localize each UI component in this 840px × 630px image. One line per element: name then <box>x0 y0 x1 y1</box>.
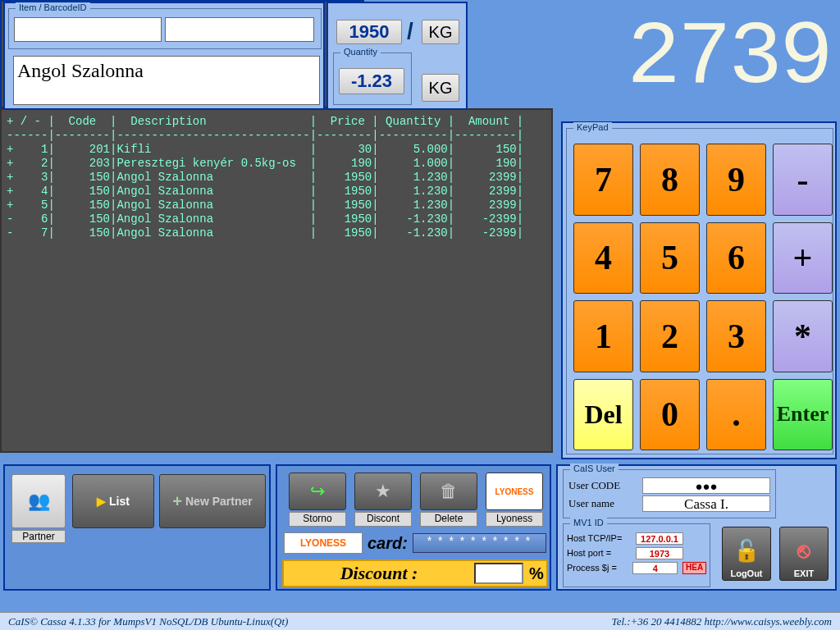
plus-icon: + <box>172 492 182 511</box>
card-number-field[interactable]: * * * * * * * * * * <box>413 533 546 553</box>
keypad-key-del[interactable]: Del <box>573 379 633 451</box>
keypad-legend-title: KeyPad <box>573 122 612 132</box>
user-name-row: User name Cassa I. <box>568 495 770 513</box>
item-description-field[interactable]: Angol Szalonna <box>13 56 320 105</box>
lyoness-logo: LYONESS <box>495 487 534 496</box>
keypad-key-9[interactable]: 9 <box>706 144 766 216</box>
price-field[interactable]: 1950 <box>336 20 402 44</box>
user-name-value: Cassa I. <box>642 495 770 512</box>
discont-label: Discont <box>354 512 412 527</box>
mv1-legend: MV1 ID <box>570 518 607 527</box>
exit-icon: ⎋ <box>797 538 810 564</box>
discount-input[interactable] <box>474 563 523 584</box>
unit-button-1[interactable]: KG <box>422 20 459 44</box>
item-legend-box: Item / BarcodeID <box>8 8 322 49</box>
status-right: Tel.:+36 20 4414882 http://www.caisys.we… <box>612 615 832 628</box>
status-left: CaIS© Cassa 4.1.33 for MumpsV1 NoSQL/DB … <box>8 615 288 628</box>
host-port-value: 1973 <box>636 547 683 559</box>
keypad-legend-box: KeyPad 789-456+123*Del0.Enter <box>566 128 833 454</box>
undo-icon: ↪ <box>310 481 325 502</box>
host-ip-label: Host TCP/IP= <box>567 533 632 543</box>
keypad-key-6[interactable]: 6 <box>706 222 766 294</box>
mv1-box: MV1 ID Host TCP/IP=127.0.0.1 Host port =… <box>563 523 710 587</box>
unit-button-2[interactable]: KG <box>422 74 459 102</box>
lyoness-button[interactable]: LYONESS <box>486 472 543 510</box>
quantity-legend-title: Quantity <box>340 47 381 57</box>
keypad-key-.[interactable]: . <box>706 379 766 451</box>
cais-user-legend: CaIS User <box>570 463 619 473</box>
keypad-key-5[interactable]: 5 <box>640 222 700 294</box>
partner-button[interactable]: 👥 <box>11 474 66 528</box>
barcode-input-1[interactable] <box>14 17 162 42</box>
lyoness-logo-small: LYONESS <box>284 532 363 554</box>
keypad-key-1[interactable]: 1 <box>573 300 633 372</box>
exit-label: EXIT <box>794 568 814 578</box>
logout-label: LogOut <box>730 568 762 578</box>
storno-label: Storno <box>289 512 346 527</box>
keypad-key-3[interactable]: 3 <box>706 300 766 372</box>
keypad-key-*[interactable]: * <box>773 300 833 372</box>
delete-label: Delete <box>420 512 477 527</box>
quantity-field[interactable]: -1.23 <box>339 68 404 94</box>
lock-icon: 🔓 <box>733 538 760 564</box>
storno-button[interactable]: ↪ <box>289 472 346 510</box>
keypad-panel: KeyPad 789-456+123*Del0.Enter <box>561 121 837 459</box>
keypad-key-8[interactable]: 8 <box>640 144 700 216</box>
quantity-legend-box: Quantity -1.23 <box>333 52 412 105</box>
process-value: 4 <box>632 562 678 574</box>
partner-panel: 👥 Partner ▶ List + New Partner <box>3 464 271 591</box>
people-icon: 👥 <box>28 491 50 512</box>
keypad-grid: 789-456+123*Del0.Enter <box>573 144 833 450</box>
process-label: Process $j = <box>567 563 629 573</box>
discount-label: Discount : <box>284 563 474 584</box>
keypad-key-4[interactable]: 4 <box>573 222 633 294</box>
logout-button[interactable]: 🔓 LogOut <box>722 527 771 581</box>
keypad-key-2[interactable]: 2 <box>640 300 700 372</box>
status-bar: CaIS© Cassa 4.1.33 for MumpsV1 NoSQL/DB … <box>0 612 840 630</box>
card-label: card: <box>368 534 408 553</box>
new-partner-button[interactable]: + New Partner <box>159 474 266 528</box>
lyoness-label: Lyoness <box>486 512 543 527</box>
list-icon: ▶ <box>97 495 106 508</box>
star-icon: ★ <box>375 481 391 502</box>
keypad-key-0[interactable]: 0 <box>640 379 700 451</box>
item-barcode-panel: Item / BarcodeID Angol Szalonna <box>3 2 325 110</box>
price-quantity-panel: 1950 / KG Quantity -1.23 KG <box>326 2 468 110</box>
unit-separator: / <box>407 18 413 44</box>
discont-button[interactable]: ★ <box>354 472 412 510</box>
delete-button[interactable]: 🗑 <box>420 472 477 510</box>
list-button-label: List <box>109 495 130 508</box>
user-code-row: User CODE ●●● <box>568 477 770 495</box>
transaction-table: + / - | Code | Description | Price | Qua… <box>0 108 553 453</box>
keypad-key-+[interactable]: + <box>773 222 833 294</box>
cais-user-box: CaIS User User CODE ●●● User name Cassa … <box>563 469 776 518</box>
discount-row: Discount : % <box>282 559 548 587</box>
total-display-value: 2739 <box>627 7 830 109</box>
keypad-key-7[interactable]: 7 <box>573 144 633 216</box>
host-ip-value: 127.0.0.1 <box>636 532 683 545</box>
list-button[interactable]: ▶ List <box>72 474 154 528</box>
user-code-label: User CODE <box>568 479 642 492</box>
item-legend-title: Item / BarcodeID <box>16 2 90 12</box>
exit-button[interactable]: ⎋ EXIT <box>779 527 829 581</box>
percent-label: % <box>527 564 546 583</box>
keypad-key-enter[interactable]: Enter <box>773 379 833 451</box>
user-code-value[interactable]: ●●● <box>642 477 770 494</box>
hea-badge[interactable]: HEA <box>682 562 706 574</box>
host-port-label: Host port = <box>567 548 632 558</box>
partner-button-label: Partner <box>11 530 66 543</box>
user-panel: CaIS User User CODE ●●● User name Cassa … <box>556 464 837 591</box>
user-name-label: User name <box>568 497 642 510</box>
trash-icon: 🗑 <box>440 481 458 502</box>
new-partner-label: New Partner <box>185 495 253 508</box>
lyoness-card-row: LYONESS card: * * * * * * * * * * <box>284 532 546 555</box>
barcode-input-2[interactable] <box>165 17 314 42</box>
action-panel: ↪ Storno ★ Discont 🗑 Delete LYONESS Lyon… <box>276 464 551 591</box>
keypad-key--[interactable]: - <box>773 144 833 216</box>
